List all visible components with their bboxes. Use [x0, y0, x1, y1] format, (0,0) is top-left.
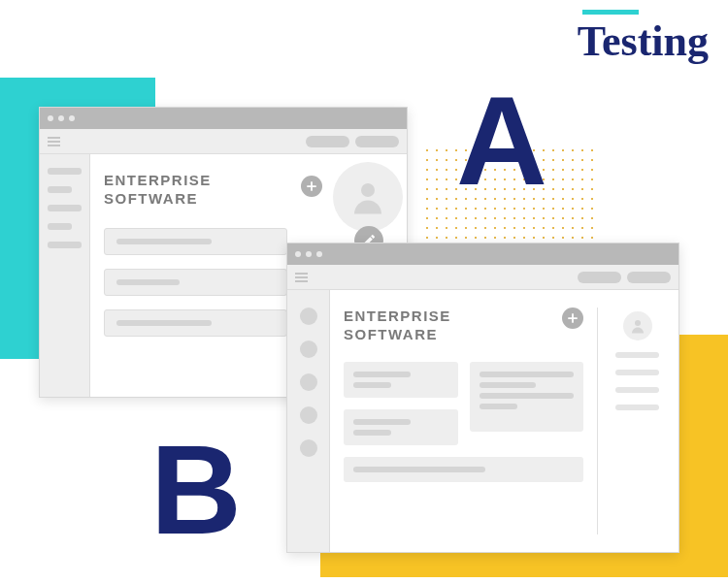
info-line [615, 387, 660, 393]
window-b-rightcol [597, 308, 665, 534]
window-a-sidebar [40, 154, 90, 397]
content-card[interactable] [104, 269, 287, 296]
toolbar-pill[interactable] [627, 272, 671, 283]
menu-icon[interactable] [295, 273, 308, 282]
window-control-dot[interactable] [58, 115, 64, 121]
window-b-titlebar [287, 243, 678, 265]
svg-point-0 [361, 183, 375, 197]
window-a-title: ENTERPRISE SOFTWARE [104, 172, 287, 209]
info-line [615, 405, 660, 410]
title-line: SOFTWARE [104, 190, 198, 207]
variant-label-b: B [150, 427, 242, 553]
toolbar-pill[interactable] [306, 136, 349, 147]
page-title: Testing [578, 10, 709, 66]
sidebar-item[interactable] [300, 373, 317, 391]
sidebar-item[interactable] [300, 308, 317, 325]
content-card[interactable] [344, 409, 458, 445]
sidebar-item[interactable] [48, 242, 82, 248]
title-text: Testing [578, 16, 709, 66]
window-b-toolbar [287, 265, 678, 290]
svg-point-1 [635, 320, 641, 326]
window-control-dot[interactable] [316, 251, 322, 257]
sidebar-item[interactable] [48, 168, 82, 175]
add-button[interactable] [562, 308, 583, 329]
sidebar-item[interactable] [300, 439, 317, 457]
content-card[interactable] [344, 362, 458, 398]
window-a-titlebar [40, 108, 407, 129]
window-control-dot[interactable] [295, 251, 301, 257]
avatar-icon [333, 162, 403, 232]
window-b-sidebar [287, 290, 330, 552]
window-control-dot[interactable] [306, 251, 312, 257]
menu-icon[interactable] [48, 137, 60, 146]
content-card[interactable] [104, 228, 287, 255]
sidebar-item[interactable] [48, 205, 82, 211]
toolbar-pill[interactable] [578, 272, 621, 283]
window-b-main: ENTERPRISE SOFTWARE [330, 290, 678, 552]
add-button[interactable] [301, 176, 322, 197]
content-card[interactable] [104, 309, 287, 337]
sidebar-item[interactable] [48, 223, 72, 230]
window-b-title: ENTERPRISE SOFTWARE [344, 308, 451, 344]
content-card[interactable] [470, 362, 584, 432]
variant-label-a: A [456, 78, 547, 204]
title-accent-bar [582, 10, 639, 15]
sidebar-item[interactable] [300, 340, 317, 358]
window-a-toolbar [40, 129, 407, 154]
title-line: ENTERPRISE [104, 172, 212, 188]
window-control-dot[interactable] [69, 115, 75, 121]
sidebar-item[interactable] [48, 186, 72, 193]
toolbar-pill[interactable] [355, 136, 399, 147]
avatar-icon [623, 311, 652, 340]
window-control-dot[interactable] [48, 115, 53, 121]
content-card[interactable] [344, 457, 583, 482]
info-line [615, 352, 660, 358]
mock-window-b: ENTERPRISE SOFTWARE [286, 243, 679, 553]
title-line: ENTERPRISE [344, 308, 451, 324]
sidebar-item[interactable] [300, 406, 317, 424]
title-line: SOFTWARE [344, 326, 438, 342]
info-line [615, 370, 660, 375]
